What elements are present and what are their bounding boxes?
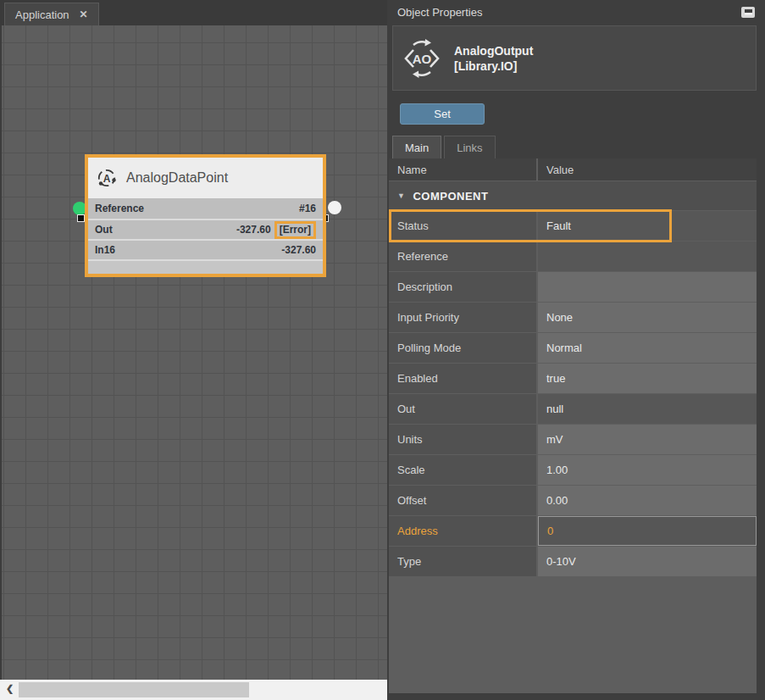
error-badge: [Error]	[274, 221, 316, 239]
dock-panel-icon[interactable]	[741, 7, 755, 18]
output-port-white[interactable]	[328, 201, 341, 214]
tab-main[interactable]: Main	[392, 136, 441, 158]
property-value[interactable]: 1.00	[538, 455, 757, 485]
tab-application-label: Application	[15, 8, 69, 21]
node-row-value: -327.60	[236, 224, 271, 236]
property-name: Polling Mode	[389, 333, 536, 363]
property-name: Offset	[389, 486, 536, 515]
property-row-out[interactable]: Out null	[389, 394, 757, 424]
canvas-tabbar: Application ✕	[0, 0, 387, 25]
property-value[interactable]	[538, 272, 757, 302]
property-value[interactable]: None	[538, 303, 757, 332]
property-row-status[interactable]: Status Fault	[389, 211, 757, 241]
horizontal-scrollbar[interactable]: ❮	[0, 680, 387, 700]
property-name: Description	[389, 272, 536, 302]
property-value[interactable]: 0.00	[538, 486, 757, 515]
node-row-value: -327.60	[281, 244, 316, 256]
property-row-polling-mode[interactable]: Polling Mode Normal	[389, 333, 757, 363]
scroll-left-arrow-icon[interactable]: ❮	[6, 683, 14, 694]
panel-titlebar: Object Properties	[389, 0, 757, 25]
close-icon[interactable]: ✕	[80, 8, 88, 20]
section-label: COMPONENT	[413, 190, 488, 203]
property-name: Reference	[389, 242, 536, 271]
property-value[interactable]: true	[538, 364, 757, 393]
canvas-pane: Application ✕ A	[0, 0, 387, 700]
property-row-scale[interactable]: Scale 1.00	[389, 455, 757, 485]
property-row-units[interactable]: Units mV	[389, 425, 757, 454]
tab-links[interactable]: Links	[444, 136, 495, 158]
node-row-label: Out	[95, 224, 113, 236]
section-component[interactable]: ▼ COMPONENT	[389, 181, 757, 210]
property-row-reference[interactable]: Reference	[389, 242, 757, 271]
scrollbar-thumb[interactable]	[19, 682, 249, 697]
tab-application[interactable]: Application ✕	[4, 3, 99, 25]
svg-text:AO: AO	[413, 51, 432, 65]
node-row-out[interactable]: Out -327.60 [Error]	[88, 219, 323, 239]
chevron-down-icon[interactable]: ▼	[397, 192, 405, 200]
property-value[interactable]: 0-10V	[538, 547, 757, 576]
object-properties-panel: Object Properties AO AnalogOutput [Libra…	[387, 0, 765, 700]
property-value[interactable]: Normal	[538, 333, 757, 363]
node-row-label: Reference	[95, 203, 144, 214]
panel-title: Object Properties	[397, 6, 482, 19]
property-value[interactable]: Fault	[538, 211, 757, 241]
node-resize-handle-left[interactable]	[77, 214, 85, 222]
node-footer	[88, 259, 323, 274]
property-name: Enabled	[389, 364, 536, 393]
property-row-input-priority[interactable]: Input Priority None	[389, 303, 757, 332]
property-value[interactable]: mV	[538, 425, 757, 454]
analog-datapoint-icon: A	[96, 167, 118, 189]
properties-tabs: Main Links	[389, 136, 757, 158]
analog-datapoint-node[interactable]: A AnalogDataPoint Reference #16 Out -327…	[85, 154, 326, 277]
analog-output-icon: AO	[401, 37, 443, 80]
node-row-label: In16	[95, 244, 115, 256]
object-name: AnalogOutput	[454, 43, 533, 58]
set-button[interactable]: Set	[400, 103, 485, 125]
svg-text:A: A	[103, 173, 111, 185]
column-header-value[interactable]: Value	[538, 158, 757, 181]
property-row-type[interactable]: Type 0-10V	[389, 547, 757, 576]
node-row-in16[interactable]: In16 -327.60	[88, 239, 323, 259]
node-title: AnalogDataPoint	[126, 170, 228, 186]
property-value[interactable]: null	[538, 394, 757, 424]
object-summary-card: AO AnalogOutput [Library.IO]	[392, 25, 757, 91]
node-row-reference[interactable]: Reference #16	[88, 198, 323, 219]
application-window: Application ✕ A	[0, 0, 765, 700]
property-row-enabled[interactable]: Enabled true	[389, 364, 757, 393]
property-name: Out	[389, 394, 536, 424]
property-name: Status	[389, 211, 536, 241]
property-name: Type	[389, 547, 536, 576]
property-value[interactable]: 0	[538, 516, 757, 546]
column-header-name[interactable]: Name	[389, 158, 536, 181]
property-value[interactable]	[538, 242, 757, 271]
grid-header: Name Value	[389, 158, 757, 181]
property-row-offset[interactable]: Offset 0.00	[389, 486, 757, 515]
node-header: A AnalogDataPoint	[88, 158, 323, 198]
property-name: Scale	[389, 455, 536, 485]
property-row-address[interactable]: Address 0	[389, 516, 757, 546]
property-name: Input Priority	[389, 303, 536, 332]
node-row-value: #16	[299, 203, 316, 214]
object-library: [Library.IO]	[454, 58, 533, 74]
property-row-description[interactable]: Description	[389, 272, 757, 302]
property-rows: Status Fault Reference Description Input…	[389, 211, 757, 576]
wiresheet-canvas[interactable]: A AnalogDataPoint Reference #16 Out -327…	[0, 25, 387, 680]
properties-grid: Name Value ▼ COMPONENT Status Fault Refe…	[389, 158, 757, 693]
property-name: Address	[389, 516, 536, 546]
property-name: Units	[389, 425, 536, 454]
